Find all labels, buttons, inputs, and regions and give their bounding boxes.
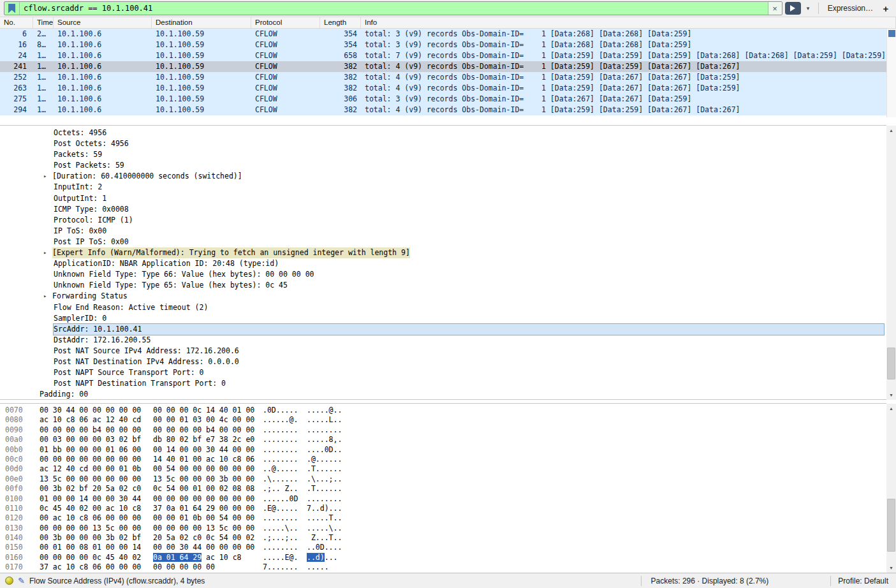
hex-dump: 007000 30 44 00 00 00 00 0000 00 00 0c 1… — [5, 406, 886, 573]
detail-line[interactable]: Post Octets: 4956 — [0, 138, 886, 149]
cell-info: total: 4 (v9) records Obs-Domain-ID= 1 [… — [361, 61, 896, 72]
detail-line[interactable]: Post NAPT Source Transport Port: 0 — [0, 367, 886, 378]
filter-text-area[interactable]: cflow.srcaddr == 10.1.100.41 — [20, 4, 768, 13]
column-header-time[interactable]: Time — [33, 17, 54, 28]
hex-row[interactable]: 010001 00 00 14 00 00 30 4400 00 00 00 0… — [5, 494, 886, 504]
filter-apply-button[interactable] — [785, 2, 801, 15]
filter-history-button[interactable]: ▾ — [804, 2, 813, 15]
detail-line[interactable]: ApplicationID: NBAR Application ID: 20:4… — [0, 258, 886, 269]
detail-line[interactable]: ▸Forwarding Status — [0, 291, 886, 302]
profile-button[interactable]: Profile: Default — [835, 577, 891, 585]
detail-line[interactable]: SamplerID: 0 — [0, 313, 886, 324]
packet-row[interactable]: 2751…10.1.100.610.1.100.59CFLOW306total:… — [0, 94, 896, 105]
expander-icon[interactable]: ▸ — [43, 291, 52, 302]
hex-ascii-group2: .T...... — [307, 484, 342, 493]
packet-row[interactable]: 241…10.1.100.610.1.100.59CFLOW658total: … — [0, 50, 896, 61]
display-filter-input[interactable]: cflow.srcaddr == 10.1.100.41 × — [4, 1, 782, 15]
detail-line[interactable]: DstAddr: 172.16.200.55 — [0, 335, 886, 346]
packet-row[interactable]: 62…10.1.100.610.1.100.59CFLOW354total: 3… — [0, 29, 896, 40]
expression-button[interactable]: Expression… — [824, 4, 877, 13]
hex-bytes-group1: 00 00 00 00 00 00 00 00 — [40, 455, 153, 464]
cell-source: 10.1.100.6 — [54, 83, 152, 94]
detail-line[interactable]: ▸[Duration: 60.410000000 seconds (switch… — [0, 171, 886, 182]
packet-row[interactable]: 2411…10.1.100.610.1.100.59CFLOW382total:… — [0, 61, 896, 72]
detail-line[interactable]: Packets: 59 — [0, 149, 886, 160]
hex-row[interactable]: 014000 3b 00 00 00 3b 02 bf20 5a 02 c0 0… — [5, 533, 886, 543]
hex-row[interactable]: 00f000 3b 02 bf 20 5a 02 c00c 54 00 01 0… — [5, 484, 886, 494]
hex-row[interactable]: 01100c 45 40 02 00 ac 10 c837 0a 01 64 2… — [5, 504, 886, 513]
cell-time: 1… — [33, 61, 54, 72]
hex-scrollbar[interactable]: ▲ ▼ — [886, 404, 896, 573]
detail-line[interactable]: Post NAPT Destination Transport Port: 0 — [0, 378, 886, 389]
capture-comment-icon[interactable]: ✎ — [18, 576, 25, 585]
hex-row[interactable]: 0080ac 10 c8 06 ac 12 40 cd00 00 01 03 0… — [5, 415, 886, 425]
detail-line[interactable]: Unknown Field Type: Type 66: Value (hex … — [0, 269, 886, 280]
expander-icon[interactable]: ▸ — [43, 171, 52, 182]
packet-row[interactable]: 2941…10.1.100.610.1.100.59CFLOW382total:… — [0, 105, 896, 115]
packet-list-scrollbar[interactable] — [886, 29, 896, 117]
hex-row[interactable]: 013000 00 00 00 13 5c 00 0000 00 00 00 1… — [5, 524, 886, 533]
packet-row[interactable]: 168…10.1.100.610.1.100.59CFLOW354total: … — [0, 40, 896, 50]
expander-icon[interactable]: ▸ — [43, 247, 52, 258]
cell-info: total: 3 (v9) records Obs-Domain-ID= 1 [… — [361, 94, 896, 105]
detail-line[interactable]: OutputInt: 1 — [0, 193, 886, 204]
scrollbar-thumb[interactable] — [888, 30, 895, 37]
detail-line[interactable]: Post NAT Source IPv4 Address: 172.16.200… — [0, 346, 886, 356]
detail-line[interactable]: Post IP ToS: 0x00 — [0, 237, 886, 247]
detail-scrollbar[interactable]: ▲ ▼ — [886, 126, 896, 400]
hex-row[interactable]: 007000 30 44 00 00 00 00 0000 00 00 0c 1… — [5, 406, 886, 415]
packet-row[interactable]: 2521…10.1.100.610.1.100.59CFLOW382total:… — [0, 72, 896, 83]
cell-info: total: 4 (v9) records Obs-Domain-ID= 1 [… — [361, 105, 896, 115]
scroll-down-arrow[interactable]: ▼ — [886, 563, 896, 573]
filter-add-button[interactable]: + — [879, 3, 892, 14]
hex-ascii-group1: ..@..... — [263, 464, 307, 474]
hex-row[interactable]: 00c000 00 00 00 00 00 00 0014 40 01 00 a… — [5, 455, 886, 464]
column-header-protocol[interactable]: Protocol — [251, 17, 320, 28]
hex-bytes-group2: 00 00 30 44 00 00 00 00 — [153, 543, 263, 552]
hex-row[interactable]: 00b001 bb 00 00 00 01 06 0000 14 00 00 3… — [5, 445, 886, 455]
detail-line[interactable]: Flow End Reason: Active timeout (2) — [0, 302, 886, 313]
hex-offset: 00e0 — [5, 474, 40, 484]
detail-line[interactable]: Unknown Field Type: Type 65: Value (hex … — [0, 280, 886, 291]
column-header-info[interactable]: Info — [361, 17, 896, 28]
column-header-destination[interactable]: Destination — [152, 17, 251, 28]
detail-text: [Duration: 60.410000000 seconds (switche… — [52, 171, 242, 182]
column-header-no[interactable]: No. — [0, 17, 33, 28]
detail-line[interactable]: ICMP Type: 0x0008 — [0, 204, 886, 215]
cell-no: 263 — [0, 83, 33, 94]
filter-bookmark-button[interactable] — [4, 2, 20, 15]
detail-line[interactable]: Post Packets: 59 — [0, 160, 886, 171]
column-header-length[interactable]: Length — [320, 17, 361, 28]
hex-row[interactable]: 00a000 03 00 00 00 03 02 bfdb 80 02 bf e… — [5, 435, 886, 445]
scrollbar-thumb[interactable] — [887, 499, 895, 552]
detail-line[interactable]: ▸[Expert Info (Warn/Malformed): Trying t… — [0, 247, 886, 258]
expert-info-button[interactable] — [5, 577, 13, 585]
filter-clear-button[interactable]: × — [768, 2, 782, 15]
scroll-down-arrow[interactable]: ▼ — [886, 390, 896, 400]
hex-offset: 00d0 — [5, 464, 40, 474]
hex-row[interactable]: 017037 ac 10 c8 06 00 00 0000 00 00 00 0… — [5, 562, 886, 572]
hex-ascii-group1: .0D..... — [263, 406, 307, 415]
scrollbar-thumb[interactable] — [887, 348, 895, 379]
scroll-up-arrow[interactable]: ▲ — [886, 404, 896, 413]
detail-line[interactable]: Protocol: ICMP (1) — [0, 215, 886, 226]
hex-row[interactable]: 015000 01 00 08 01 00 00 1400 00 30 44 0… — [5, 543, 886, 552]
hex-row[interactable]: 012000 ac 10 c8 06 00 00 0000 00 01 0b 0… — [5, 513, 886, 523]
detail-line[interactable]: IP ToS: 0x00 — [0, 226, 886, 237]
column-header-source[interactable]: Source — [54, 17, 152, 28]
hex-row[interactable]: 00e013 5c 00 00 00 00 00 0013 5c 00 00 0… — [5, 474, 886, 484]
detail-line[interactable]: InputInt: 2 — [0, 182, 886, 193]
hex-ascii-group2: ........ — [307, 425, 342, 434]
packet-row[interactable]: 2631…10.1.100.610.1.100.59CFLOW382total:… — [0, 83, 896, 94]
detail-line[interactable]: Octets: 4956 — [0, 128, 886, 138]
hex-bytes-group1: 00 00 00 00 b4 00 00 00 — [40, 425, 153, 435]
detail-line[interactable]: Post NAT Destination IPv4 Address: 0.0.0… — [0, 356, 886, 367]
hex-row[interactable]: 009000 00 00 00 b4 00 00 0000 00 00 00 b… — [5, 425, 886, 435]
hex-row[interactable]: 016000 00 00 00 0c 45 40 020a 01 64 29 a… — [5, 553, 886, 562]
cell-length: 658 — [320, 50, 361, 61]
scroll-up-arrow[interactable]: ▲ — [886, 126, 896, 135]
hex-row[interactable]: 00d0ac 12 40 cd 00 00 01 0b00 54 00 00 0… — [5, 464, 886, 474]
detail-line[interactable]: Padding: 00 — [0, 389, 886, 400]
hex-ascii-group1: .;.. Z.. — [263, 484, 307, 494]
detail-line[interactable]: SrcAddr: 10.1.100.41 — [0, 324, 886, 335]
